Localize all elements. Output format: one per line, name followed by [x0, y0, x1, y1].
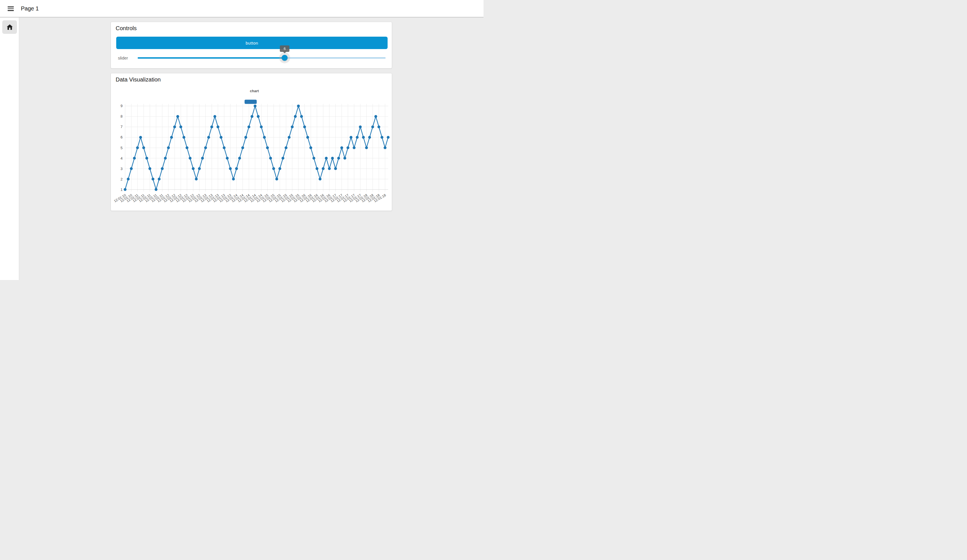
- data-point: [251, 115, 253, 118]
- data-point: [343, 157, 346, 160]
- data-point: [204, 147, 207, 149]
- data-point: [365, 147, 368, 149]
- data-point: [201, 157, 204, 160]
- data-point: [279, 167, 281, 170]
- data-point: [167, 147, 170, 149]
- data-point: [260, 125, 262, 128]
- data-point: [180, 125, 182, 128]
- data-point: [238, 157, 241, 160]
- data-point: [337, 157, 340, 160]
- chart-title: chart: [250, 89, 259, 93]
- topbar: Page 1: [0, 0, 484, 18]
- data-point: [244, 136, 247, 139]
- data-point: [223, 147, 226, 149]
- data-point: [371, 125, 374, 128]
- data-point: [291, 125, 294, 128]
- data-point: [164, 157, 167, 160]
- data-point: [170, 136, 173, 139]
- data-point: [328, 167, 331, 170]
- data-point: [334, 167, 337, 170]
- data-point: [124, 188, 127, 191]
- data-point: [288, 136, 290, 139]
- data-point: [356, 136, 358, 139]
- data-point: [319, 178, 322, 180]
- data-point: [297, 105, 300, 107]
- slider-handle[interactable]: [282, 55, 288, 61]
- home-icon: [7, 24, 13, 30]
- data-point: [316, 167, 318, 170]
- data-point: [269, 157, 272, 160]
- legend-swatch: [244, 100, 257, 104]
- data-point: [235, 167, 238, 170]
- y-tick-label: 9: [120, 104, 122, 108]
- data-point: [300, 115, 303, 118]
- data-point: [387, 136, 389, 139]
- y-tick-label: 3: [120, 166, 122, 171]
- data-point: [210, 125, 213, 128]
- data-point: [176, 115, 179, 118]
- y-axis-labels: 123456789: [120, 104, 122, 191]
- data-point: [325, 157, 328, 160]
- data-point: [173, 125, 176, 128]
- data-point: [331, 157, 334, 160]
- x-axis-labels: 12:01:1012:01:1012:01:1112:01:1112:01:11…: [114, 193, 387, 203]
- sidebar: [0, 18, 19, 280]
- data-point: [149, 167, 151, 170]
- y-tick-label: 5: [120, 146, 122, 150]
- y-tick-label: 6: [120, 135, 122, 139]
- data-point: [161, 167, 163, 170]
- data-point: [378, 125, 380, 128]
- data-point: [257, 115, 259, 118]
- data-point: [195, 178, 198, 180]
- y-tick-label: 4: [120, 156, 122, 160]
- line-chart[interactable]: chart12345678912:01:1012:01:1012:01:1112…: [111, 73, 393, 211]
- data-point: [306, 136, 309, 139]
- data-point: [309, 147, 312, 149]
- data-point: [220, 136, 223, 139]
- data-visualization-card: Data Visualization chart12345678912:01:1…: [111, 73, 392, 211]
- data-point: [183, 136, 185, 139]
- data-point: [145, 157, 148, 160]
- data-point: [142, 147, 145, 149]
- data-point: [303, 125, 306, 128]
- action-button[interactable]: button: [116, 37, 388, 49]
- hamburger-menu-icon[interactable]: [8, 7, 14, 11]
- data-point: [248, 125, 250, 128]
- data-point: [189, 157, 191, 160]
- data-point: [136, 147, 139, 149]
- data-point: [313, 157, 315, 160]
- slider-value-tooltip: 6: [280, 45, 289, 52]
- data-point: [127, 178, 129, 180]
- data-point: [213, 115, 216, 118]
- controls-card: Controls button slider 6: [111, 22, 392, 69]
- y-tick-label: 8: [120, 114, 122, 119]
- y-tick-label: 7: [120, 125, 122, 129]
- data-point: [133, 157, 136, 160]
- data-point: [350, 136, 352, 139]
- data-point: [232, 178, 235, 180]
- data-point: [359, 125, 361, 128]
- data-point: [254, 105, 256, 107]
- data-point: [294, 115, 297, 118]
- data-point: [381, 136, 383, 139]
- data-point: [263, 136, 266, 139]
- data-point: [155, 188, 157, 191]
- data-point: [285, 147, 287, 149]
- page-title: Page 1: [21, 0, 39, 17]
- data-point: [266, 147, 269, 149]
- data-point: [347, 147, 349, 149]
- y-tick-label: 1: [120, 188, 122, 192]
- data-point: [241, 147, 244, 149]
- data-point: [272, 167, 275, 170]
- y-tick-label: 2: [120, 177, 122, 181]
- data-point: [192, 167, 195, 170]
- data-point: [384, 147, 386, 149]
- data-point: [139, 136, 142, 139]
- slider-label: slider: [118, 56, 128, 60]
- slider-track[interactable]: 6: [138, 57, 386, 59]
- data-point: [226, 157, 229, 160]
- sidebar-home-button[interactable]: [2, 20, 17, 34]
- controls-card-title: Controls: [116, 25, 137, 31]
- data-point: [186, 147, 188, 149]
- data-point: [217, 125, 219, 128]
